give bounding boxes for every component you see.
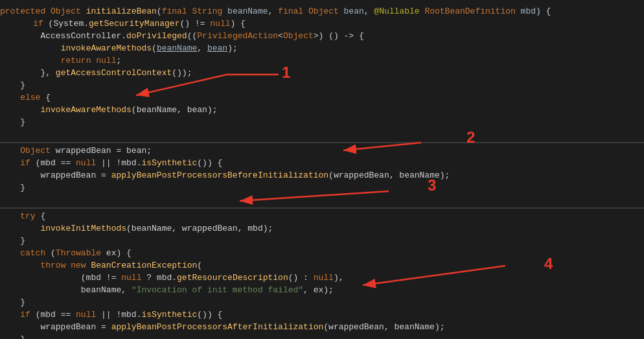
code-line-1: protected Object initializeBean(final St… — [0, 5, 644, 18]
code-line-3: AccessController.doPrivileged((Privilege… — [0, 30, 644, 42]
code-line-18: catch (Throwable ex) { — [0, 247, 644, 259]
code-line-12: if (mbd == null || !mbd.isSynthetic()) { — [0, 157, 644, 169]
code-line-7: } — [0, 79, 644, 91]
code-line-20: (mbd != null ? mbd.getResourceDescriptio… — [0, 272, 644, 284]
code-line-21: beanName, "Invocation of init method fai… — [0, 284, 644, 296]
code-line-9: invokeAwareMethods(beanName, bean); — [0, 104, 644, 116]
empty-line-2 — [0, 194, 644, 206]
code-line-17: } — [0, 235, 644, 247]
code-line-22: } — [0, 296, 644, 309]
code-line-15: try { — [0, 210, 644, 222]
code-line-2: if (System.getSecurityManager() != null)… — [0, 18, 644, 30]
separator-1 — [0, 142, 644, 143]
code-line-24: wrappedBean = applyBeanPostProcessorsAft… — [0, 321, 644, 333]
code-line-14: } — [0, 181, 644, 194]
code-line-10: } — [0, 116, 644, 128]
code-line-4: invokeAwareMethods(beanName, bean); — [0, 42, 644, 54]
code-line-13: wrappedBean = applyBeanPostProcessorsBef… — [0, 169, 644, 181]
code-line-19: throw new BeanCreationException( — [0, 259, 644, 272]
code-line-16: invokeInitMethods(beanName, wrappedBean,… — [0, 222, 644, 235]
code-line-11: Object wrappedBean = bean; — [0, 145, 644, 157]
code-line-25: } — [0, 333, 644, 339]
code-editor: protected Object initializeBean(final St… — [0, 0, 644, 339]
separator-2 — [0, 207, 644, 209]
code-line-23: if (mbd == null || !mbd.isSynthetic()) { — [0, 309, 644, 321]
code-line-8: else { — [0, 91, 644, 104]
empty-line-1 — [0, 128, 644, 141]
code-line-5: return null; — [0, 54, 644, 67]
code-line-6: }, getAccessControlContext()); — [0, 67, 644, 79]
